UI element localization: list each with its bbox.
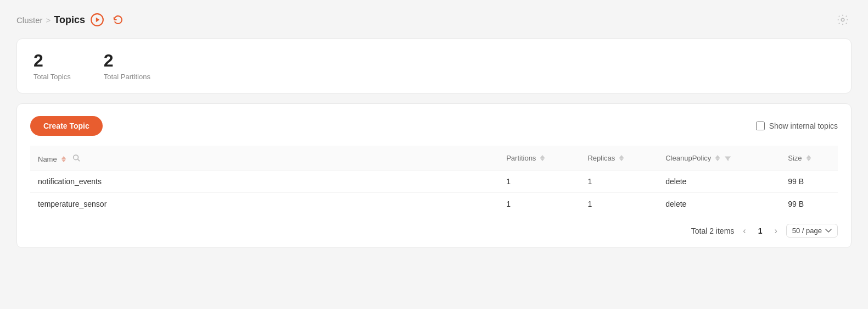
svg-marker-1 <box>96 18 100 23</box>
column-size-sort[interactable]: Size <box>788 154 810 162</box>
toolbar: Create Topic Show internal topics <box>30 116 838 136</box>
cell-size: 99 B <box>780 170 838 193</box>
cell-name: temperature_sensor <box>30 193 499 216</box>
column-cleanup-sort[interactable]: CleanupPolicy <box>665 154 720 162</box>
pagination-total: Total 2 items <box>691 227 735 235</box>
breadcrumb-parent: Cluster <box>16 15 43 25</box>
column-partitions: Partitions <box>499 146 580 170</box>
breadcrumb: Cluster > Topics <box>16 11 127 29</box>
header-row: Cluster > Topics <box>16 11 852 29</box>
stat-total-partitions: 2 Total Partitions <box>104 51 150 81</box>
table-body: notification_events 1 1 delete 99 B temp… <box>30 170 838 216</box>
total-partitions-label: Total Partitions <box>104 73 150 81</box>
column-cleanup-label: CleanupPolicy <box>665 154 711 162</box>
column-partitions-label: Partitions <box>506 154 536 162</box>
total-topics-value: 2 <box>33 51 71 70</box>
page-size-chevron <box>825 229 832 233</box>
table-row[interactable]: notification_events 1 1 delete 99 B <box>30 170 838 193</box>
stat-total-topics: 2 Total Topics <box>33 51 71 81</box>
replicas-sort-arrows <box>619 155 624 161</box>
settings-button[interactable] <box>834 11 852 29</box>
stats-card: 2 Total Topics 2 Total Partitions <box>16 38 852 93</box>
page-prev-button[interactable]: ‹ <box>740 225 749 237</box>
column-name: Name <box>30 146 499 170</box>
column-name-label: Name <box>38 155 57 163</box>
show-internal-label[interactable]: Show internal topics <box>756 122 838 130</box>
pagination-row: Total 2 items ‹ 1 › 50 / page <box>30 224 838 238</box>
column-replicas: Replicas <box>580 146 658 170</box>
page-size-select[interactable]: 50 / page <box>786 224 838 238</box>
total-topics-label: Total Topics <box>33 73 71 81</box>
cleanup-sort-arrows <box>715 155 720 161</box>
show-internal-text: Show internal topics <box>769 122 838 130</box>
settings-icon <box>837 14 849 26</box>
cell-partitions: 1 <box>499 193 580 216</box>
column-size-label: Size <box>788 154 802 162</box>
svg-point-3 <box>74 155 79 160</box>
column-replicas-label: Replicas <box>587 154 615 162</box>
breadcrumb-separator: > <box>46 15 51 25</box>
table-head: Name <box>30 146 838 170</box>
total-partitions-value: 2 <box>104 51 150 70</box>
topics-table: Name <box>30 146 838 215</box>
svg-line-4 <box>78 159 80 162</box>
cell-cleanup-policy: delete <box>658 170 780 193</box>
cell-replicas: 1 <box>580 193 658 216</box>
name-search-button[interactable] <box>70 151 83 164</box>
show-internal-checkbox[interactable] <box>756 122 765 130</box>
cell-name: notification_events <box>30 170 499 193</box>
column-size: Size <box>780 146 838 170</box>
header-actions <box>834 11 852 29</box>
table-row[interactable]: temperature_sensor 1 1 delete 99 B <box>30 193 838 216</box>
table-header-row: Name <box>30 146 838 170</box>
play-icon <box>90 13 104 27</box>
main-card: Create Topic Show internal topics Name <box>16 103 852 248</box>
column-replicas-sort[interactable]: Replicas <box>587 154 624 162</box>
cell-partitions: 1 <box>499 170 580 193</box>
column-partitions-sort[interactable]: Partitions <box>506 154 545 162</box>
breadcrumb-current: Topics <box>54 14 85 26</box>
play-button[interactable] <box>88 11 106 29</box>
name-sort-arrows <box>61 156 66 162</box>
create-topic-button[interactable]: Create Topic <box>30 116 103 136</box>
refresh-button[interactable] <box>109 11 127 29</box>
cell-cleanup-policy: delete <box>658 193 780 216</box>
cleanup-filter-icon <box>724 155 731 162</box>
refresh-icon <box>112 14 124 26</box>
column-name-sort[interactable]: Name <box>38 155 66 163</box>
column-cleanup-policy: CleanupPolicy <box>658 146 780 170</box>
svg-point-2 <box>841 18 844 21</box>
partitions-sort-arrows <box>540 155 545 161</box>
page-current: 1 <box>755 225 766 236</box>
page-next-button[interactable]: › <box>771 225 780 237</box>
size-sort-arrows <box>807 155 811 161</box>
cell-size: 99 B <box>780 193 838 216</box>
cell-replicas: 1 <box>580 170 658 193</box>
search-icon <box>72 154 80 162</box>
page-size-value: 50 / page <box>792 227 822 235</box>
